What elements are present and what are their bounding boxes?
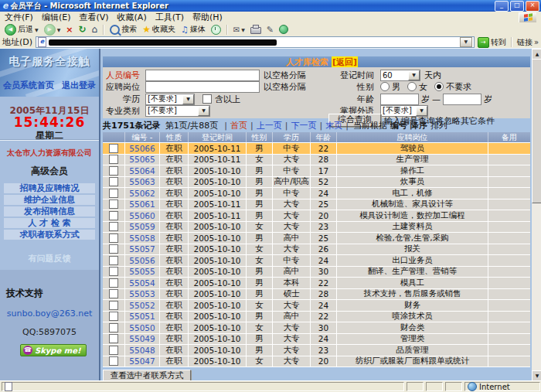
back-button[interactable]: ◀ 后退 ▼	[3, 24, 40, 36]
menu-item[interactable]: 收藏(A)	[117, 12, 147, 23]
record-id-link[interactable]: 55054	[129, 278, 155, 288]
pagination-link[interactable]: 上一页	[257, 120, 282, 131]
edit-button[interactable]: ✎	[265, 25, 275, 35]
record-id-link[interactable]: 55062	[129, 189, 155, 198]
record-id-link[interactable]: 55056	[129, 256, 155, 265]
age-from-input[interactable]	[380, 94, 419, 105]
gender-radio-option[interactable]: 女	[407, 81, 427, 93]
radio-icon[interactable]	[434, 82, 444, 91]
back-dropdown-icon[interactable]: ▼	[35, 27, 39, 32]
position-input[interactable]	[145, 81, 260, 93]
row-checkbox[interactable]	[109, 166, 118, 176]
table-row[interactable]: 55052在职2005-10-10女大专24财务	[103, 300, 530, 312]
table-row[interactable]: 55060在职2005-10-11男大专20模具设计制造，数控加工编程	[103, 210, 530, 222]
record-id-link[interactable]: 55053	[129, 289, 155, 298]
table-row[interactable]: 55063在职2005-10-10男高中/职高52炊事员	[103, 177, 530, 189]
radio-icon[interactable]	[407, 82, 417, 91]
row-checkbox[interactable]	[109, 222, 118, 231]
mail-button[interactable]: ✉ ▼	[232, 26, 247, 34]
row-checkbox[interactable]	[109, 267, 118, 276]
favorites-button[interactable]: ★ 收藏夹	[141, 24, 177, 35]
pagination-link[interactable]: 首页	[230, 120, 247, 131]
table-row[interactable]: 55049在职2005-10-10男大专24管理类	[103, 334, 530, 346]
dropdown-arrow-icon[interactable]: ▼	[198, 106, 209, 116]
table-row[interactable]: 55053在职2005-10-10男硕士28技术支持，售后服务或销售	[103, 289, 530, 301]
member-home-link[interactable]: 会员系统首页	[3, 80, 54, 90]
table-row[interactable]: 55054在职2005-10-10男本科22模具工	[103, 278, 530, 289]
table-row[interactable]: 55050在职2005-10-10女大专30财会类	[103, 322, 530, 334]
row-checkbox[interactable]	[109, 312, 118, 321]
table-row[interactable]: 55065在职2005-10-11女大专28生产管理	[103, 155, 530, 166]
menu-item[interactable]: 工具(T)	[155, 12, 184, 23]
maximize-button[interactable]: □	[510, 1, 524, 12]
menu-item[interactable]: 查看(V)	[79, 12, 108, 23]
dropdown-arrow-icon[interactable]: ▼	[182, 94, 194, 104]
gender-radio-option[interactable]: 不要求	[434, 81, 471, 93]
row-checkbox[interactable]	[109, 334, 118, 343]
sort-field-link[interactable]: 编号	[390, 120, 407, 131]
table-row[interactable]: 55062在职2005-10-10男中专24电工，机修	[103, 188, 530, 199]
links-button[interactable]: 链接 »	[517, 37, 539, 48]
major-select[interactable]: [不要求] ▼	[145, 105, 210, 117]
vertical-scrollbar[interactable]: ▲ ▼	[532, 49, 541, 382]
record-id-link[interactable]: 55047	[129, 356, 155, 366]
table-row[interactable]: 55048在职2005-10-10男大专23品质管理	[103, 345, 530, 356]
record-id-link[interactable]: 55057	[129, 244, 155, 254]
record-id-link[interactable]: 55050	[129, 323, 155, 332]
row-checkbox[interactable]	[109, 256, 118, 265]
record-id-link[interactable]: 55051	[129, 312, 155, 321]
sidebar-menu-item[interactable]: 招聘及应聘情况	[4, 183, 95, 193]
address-input[interactable]: e ▼	[36, 36, 475, 48]
column-header[interactable]: 性别	[247, 132, 273, 142]
row-checkbox[interactable]	[109, 278, 118, 288]
column-header[interactable]: 登记时间	[189, 132, 247, 142]
row-checkbox[interactable]	[109, 211, 118, 220]
pagination-link[interactable]: 下一页	[291, 120, 316, 131]
feedback-link[interactable]: 有问题反馈	[0, 253, 99, 264]
table-row[interactable]: 55057在职2005-10-10女大专26报关	[103, 244, 530, 256]
close-button[interactable]: ×	[526, 1, 539, 12]
record-id-link[interactable]: 55060	[129, 211, 155, 220]
table-row[interactable]: 55047在职2005-10-10女大专20纺织厂或服装厂面料跟单或统计	[103, 356, 530, 368]
table-row[interactable]: 55055在职2005-10-10男高中30翻译、生产管理、营销等	[103, 267, 530, 278]
table-row[interactable]: 55064在职2005-10-10男中专17操作工	[103, 165, 530, 177]
messenger-button[interactable]	[277, 25, 290, 34]
table-row[interactable]: 55058在职2005-10-10男高中25检验,仓管,生管,采购	[103, 233, 530, 244]
column-header[interactable]	[103, 132, 125, 142]
record-id-link[interactable]: 55061	[129, 199, 155, 209]
record-id-link[interactable]: 55048	[129, 346, 155, 355]
table-row[interactable]: 55061在职2005-10-11男大专25机械制造、家具设计等	[103, 199, 530, 211]
column-header[interactable]: 学历	[273, 132, 311, 142]
history-button[interactable]	[209, 25, 223, 35]
logout-link[interactable]: 退出登录	[62, 80, 96, 90]
minimize-button[interactable]: _	[495, 1, 509, 12]
age-to-input[interactable]	[443, 94, 481, 105]
column-header[interactable]: 性质	[160, 132, 189, 142]
column-header[interactable]: 应聘岗位	[337, 132, 488, 142]
return-link[interactable]: [返回]	[332, 56, 358, 68]
go-button[interactable]: → 转到	[478, 37, 506, 48]
stop-button[interactable]: ×	[64, 25, 74, 35]
support-email-link[interactable]: sunbo.boy@263.net	[0, 308, 99, 319]
column-header[interactable]: 年龄	[311, 132, 337, 142]
row-checkbox[interactable]	[109, 244, 118, 254]
table-row[interactable]: 55059在职2005-10-10女大专23土建资料员	[103, 222, 530, 233]
record-id-link[interactable]: 55052	[129, 301, 155, 310]
row-checkbox[interactable]	[109, 323, 118, 332]
refresh-button[interactable]: ↻	[77, 24, 87, 35]
media-button[interactable]: ♫ 媒体	[179, 24, 207, 35]
mail-dropdown-icon[interactable]: ▼	[241, 27, 245, 32]
dropdown-arrow-icon[interactable]: ▼	[408, 70, 420, 80]
sidebar-menu-item[interactable]: 人 才 检 索	[4, 218, 95, 228]
row-checkbox[interactable]	[109, 199, 118, 209]
skype-button[interactable]: ☎ Skype me!	[20, 344, 87, 356]
forward-button[interactable]: ▶ ▼	[43, 24, 63, 36]
table-row[interactable]: 55051在职2005-10-10男高中22喷涂技术员	[103, 312, 530, 323]
home-button[interactable]: ⌂	[90, 24, 100, 35]
column-header[interactable]: 编号 -	[125, 132, 160, 142]
record-id-link[interactable]: 55066	[129, 144, 155, 153]
address-dropdown-icon[interactable]: ▼	[460, 37, 472, 47]
forward-dropdown-icon[interactable]: ▼	[57, 27, 61, 32]
record-id-link[interactable]: 55063	[129, 177, 155, 186]
table-row[interactable]: 55056在职2005-10-10女中专24出口业务员	[103, 255, 530, 267]
